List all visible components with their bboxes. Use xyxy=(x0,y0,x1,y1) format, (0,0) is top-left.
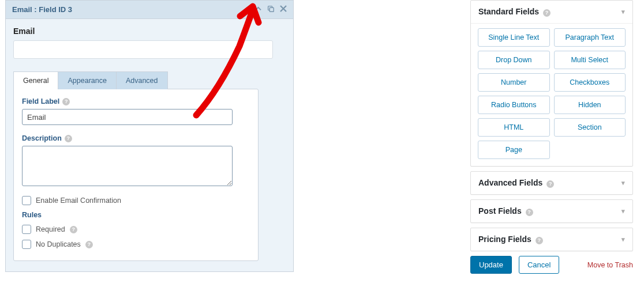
field-number[interactable]: Number xyxy=(478,73,550,92)
field-drop-down[interactable]: Drop Down xyxy=(478,51,550,69)
help-icon[interactable]: ? xyxy=(543,9,551,17)
no-duplicates-checkbox[interactable] xyxy=(22,240,31,249)
help-icon[interactable]: ? xyxy=(62,98,70,105)
standard-fields-body: Single Line Text Paragraph Text Drop Dow… xyxy=(471,23,632,166)
panel-pricing-fields: Pricing Fields ? ▾ xyxy=(470,228,633,251)
field-label-text: Field Label xyxy=(22,97,59,105)
help-icon[interactable]: ? xyxy=(546,180,554,188)
update-button[interactable]: Update xyxy=(470,256,512,274)
panel-header-standard[interactable]: Standard Fields ? ▾ xyxy=(471,1,632,23)
help-icon[interactable]: ? xyxy=(85,241,93,248)
required-label: Required xyxy=(36,225,65,233)
required-row[interactable]: Required ? xyxy=(22,225,250,234)
field-hidden[interactable]: Hidden xyxy=(554,96,626,114)
chevron-down-icon: ▾ xyxy=(621,8,625,16)
collapse-icon[interactable] xyxy=(255,5,261,14)
panel-post-fields: Post Fields ? ▾ xyxy=(470,199,633,223)
field-html[interactable]: HTML xyxy=(478,118,550,137)
chevron-down-icon: ▾ xyxy=(621,236,625,243)
field-multi-select[interactable]: Multi Select xyxy=(554,51,626,69)
field-section[interactable]: Section xyxy=(554,118,626,137)
panel-title: Standard Fields xyxy=(478,7,539,16)
chevron-down-icon: ▾ xyxy=(621,179,625,187)
description-heading: Description ? xyxy=(22,134,250,142)
panel-standard-fields: Standard Fields ? ▾ Single Line Text Par… xyxy=(470,0,633,167)
field-radio-buttons[interactable]: Radio Buttons xyxy=(478,96,550,114)
panel-title: Pricing Fields xyxy=(478,235,531,244)
field-single-line-text[interactable]: Single Line Text xyxy=(478,28,550,47)
required-checkbox[interactable] xyxy=(22,225,31,234)
panel-title: Post Fields xyxy=(478,206,522,216)
panel-header-advanced[interactable]: Advanced Fields ? ▾ xyxy=(471,172,632,194)
field-header-title: Email : Field ID 3 xyxy=(12,5,72,14)
panel-header-post[interactable]: Post Fields ? ▾ xyxy=(471,200,632,222)
settings-tabs: General Appearance Advanced xyxy=(13,71,286,89)
enable-confirmation-row[interactable]: Enable Email Confirmation xyxy=(22,196,250,205)
help-icon[interactable]: ? xyxy=(70,226,77,233)
duplicate-icon[interactable] xyxy=(267,5,275,14)
tab-panel-general: Field Label ? Description ? Enable Email… xyxy=(13,89,259,261)
help-icon[interactable]: ? xyxy=(526,209,533,216)
rules-heading: Rules xyxy=(22,211,250,219)
enable-confirmation-label: Enable Email Confirmation xyxy=(36,197,121,205)
move-to-trash-link[interactable]: Move to Trash xyxy=(587,261,633,269)
tab-advanced[interactable]: Advanced xyxy=(117,71,168,89)
close-icon[interactable] xyxy=(280,5,287,14)
field-paragraph-text[interactable]: Paragraph Text xyxy=(554,28,626,47)
form-actions: Update Cancel Move to Trash xyxy=(470,256,633,274)
panel-title: Advanced Fields xyxy=(478,178,542,187)
description-text: Description xyxy=(22,134,62,142)
field-label-heading: Field Label ? xyxy=(22,97,250,105)
field-display-input[interactable] xyxy=(13,40,273,59)
field-checkboxes[interactable]: Checkboxes xyxy=(554,73,626,92)
field-palette-sidebar: Standard Fields ? ▾ Single Line Text Par… xyxy=(470,0,633,274)
field-display-label: Email xyxy=(13,27,286,36)
field-editor-body: Email General Appearance Advanced Field … xyxy=(6,19,293,271)
cancel-button[interactable]: Cancel xyxy=(519,256,559,274)
tab-general[interactable]: General xyxy=(13,71,58,89)
no-duplicates-label: No Duplicates xyxy=(36,240,81,248)
field-label-input[interactable] xyxy=(22,109,233,125)
field-page[interactable]: Page xyxy=(478,141,550,159)
svg-rect-1 xyxy=(269,7,274,12)
field-header: Email : Field ID 3 xyxy=(6,1,293,19)
tab-appearance[interactable]: Appearance xyxy=(58,71,116,89)
no-duplicates-row[interactable]: No Duplicates ? xyxy=(22,240,250,249)
chevron-down-icon: ▾ xyxy=(621,207,625,215)
field-editor-panel: Email : Field ID 3 Email General Appeara… xyxy=(5,0,294,272)
panel-header-pricing[interactable]: Pricing Fields ? ▾ xyxy=(471,228,632,251)
help-icon[interactable]: ? xyxy=(536,237,543,244)
field-header-actions xyxy=(255,5,287,14)
enable-confirmation-checkbox[interactable] xyxy=(22,196,31,205)
description-input[interactable] xyxy=(22,146,233,186)
help-icon[interactable]: ? xyxy=(65,135,72,142)
panel-advanced-fields: Advanced Fields ? ▾ xyxy=(470,171,633,195)
standard-fields-grid: Single Line Text Paragraph Text Drop Dow… xyxy=(478,28,626,159)
